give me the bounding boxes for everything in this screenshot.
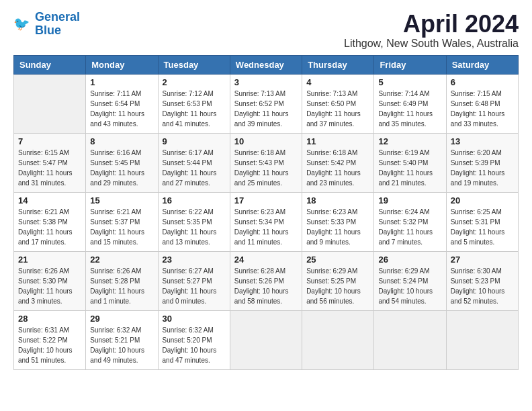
day-info: Sunrise: 6:17 AMSunset: 5:44 PMDaylight:… [163, 148, 226, 188]
day-info: Sunrise: 7:12 AMSunset: 6:53 PMDaylight:… [163, 89, 226, 129]
calendar-cell: 22Sunrise: 6:26 AMSunset: 5:28 PMDayligh… [86, 251, 158, 310]
week-row-4: 21Sunrise: 6:26 AMSunset: 5:30 PMDayligh… [14, 251, 519, 310]
page-header: 🐦 General Blue April 2024 Lithgow, New S… [13, 11, 519, 50]
calendar-cell: 12Sunrise: 6:19 AMSunset: 5:40 PMDayligh… [374, 133, 446, 192]
day-number: 25 [306, 255, 369, 265]
calendar-cell [446, 310, 518, 369]
day-number: 2 [163, 77, 226, 87]
day-number: 10 [234, 136, 298, 146]
calendar-cell [230, 310, 302, 369]
day-info: Sunrise: 6:26 AMSunset: 5:28 PMDaylight:… [90, 266, 153, 306]
day-info: Sunrise: 6:27 AMSunset: 5:27 PMDaylight:… [163, 266, 226, 306]
day-info: Sunrise: 6:20 AMSunset: 5:39 PMDaylight:… [451, 148, 514, 188]
calendar-cell: 21Sunrise: 6:26 AMSunset: 5:30 PMDayligh… [14, 251, 86, 310]
day-number: 23 [163, 255, 226, 265]
day-info: Sunrise: 6:26 AMSunset: 5:30 PMDaylight:… [18, 266, 81, 306]
calendar-cell: 14Sunrise: 6:21 AMSunset: 5:38 PMDayligh… [14, 192, 86, 251]
day-info: Sunrise: 6:23 AMSunset: 5:34 PMDaylight:… [234, 207, 298, 247]
day-number: 26 [378, 255, 441, 265]
day-info: Sunrise: 6:23 AMSunset: 5:33 PMDaylight:… [306, 207, 369, 247]
day-info: Sunrise: 6:15 AMSunset: 5:47 PMDaylight:… [18, 148, 81, 188]
day-number: 22 [90, 255, 153, 265]
calendar-cell: 1Sunrise: 7:11 AMSunset: 6:54 PMDaylight… [86, 74, 158, 133]
logo-text: General Blue [35, 11, 80, 38]
weekday-header-row: SundayMondayTuesdayWednesdayThursdayFrid… [14, 55, 519, 74]
day-number: 17 [234, 195, 298, 205]
day-number: 7 [18, 136, 81, 146]
logo: 🐦 General Blue [13, 11, 80, 38]
calendar-cell: 27Sunrise: 6:30 AMSunset: 5:23 PMDayligh… [446, 251, 518, 310]
calendar-cell: 15Sunrise: 6:21 AMSunset: 5:37 PMDayligh… [86, 192, 158, 251]
day-info: Sunrise: 7:13 AMSunset: 6:52 PMDaylight:… [234, 89, 298, 129]
day-info: Sunrise: 7:11 AMSunset: 6:54 PMDaylight:… [90, 89, 153, 129]
day-number: 9 [163, 136, 226, 146]
day-number: 16 [163, 195, 226, 205]
calendar-cell: 26Sunrise: 6:29 AMSunset: 5:24 PMDayligh… [374, 251, 446, 310]
day-number: 28 [18, 314, 81, 324]
weekday-header-monday: Monday [86, 55, 158, 74]
weekday-header-saturday: Saturday [446, 55, 518, 74]
day-number: 15 [90, 195, 153, 205]
calendar-cell: 8Sunrise: 6:16 AMSunset: 5:45 PMDaylight… [86, 133, 158, 192]
day-number: 3 [234, 77, 298, 87]
day-info: Sunrise: 6:18 AMSunset: 5:42 PMDaylight:… [306, 148, 369, 188]
calendar-cell: 17Sunrise: 6:23 AMSunset: 5:34 PMDayligh… [230, 192, 302, 251]
month-year-title: April 2024 [344, 11, 519, 38]
calendar-cell [14, 74, 86, 133]
calendar-cell: 3Sunrise: 7:13 AMSunset: 6:52 PMDaylight… [230, 74, 302, 133]
calendar-cell: 18Sunrise: 6:23 AMSunset: 5:33 PMDayligh… [302, 192, 374, 251]
day-info: Sunrise: 7:15 AMSunset: 6:48 PMDaylight:… [451, 89, 514, 129]
svg-text:🐦: 🐦 [13, 15, 30, 31]
calendar-cell: 11Sunrise: 6:18 AMSunset: 5:42 PMDayligh… [302, 133, 374, 192]
weekday-header-wednesday: Wednesday [230, 55, 302, 74]
day-number: 29 [90, 314, 153, 324]
day-number: 1 [90, 77, 153, 87]
day-info: Sunrise: 6:28 AMSunset: 5:26 PMDaylight:… [234, 266, 298, 306]
day-info: Sunrise: 6:22 AMSunset: 5:35 PMDaylight:… [163, 207, 226, 247]
week-row-5: 28Sunrise: 6:31 AMSunset: 5:22 PMDayligh… [14, 310, 519, 369]
calendar-cell: 29Sunrise: 6:32 AMSunset: 5:21 PMDayligh… [86, 310, 158, 369]
day-info: Sunrise: 6:19 AMSunset: 5:40 PMDaylight:… [378, 148, 441, 188]
week-row-1: 1Sunrise: 7:11 AMSunset: 6:54 PMDaylight… [14, 74, 519, 133]
day-info: Sunrise: 6:30 AMSunset: 5:23 PMDaylight:… [451, 266, 514, 306]
day-info: Sunrise: 6:25 AMSunset: 5:31 PMDaylight:… [451, 207, 514, 247]
day-number: 11 [306, 136, 369, 146]
day-info: Sunrise: 6:21 AMSunset: 5:37 PMDaylight:… [90, 207, 153, 247]
calendar-cell: 25Sunrise: 6:29 AMSunset: 5:25 PMDayligh… [302, 251, 374, 310]
day-number: 19 [378, 195, 441, 205]
day-number: 8 [90, 136, 153, 146]
calendar-cell [302, 310, 374, 369]
day-info: Sunrise: 7:14 AMSunset: 6:49 PMDaylight:… [378, 89, 441, 129]
day-number: 12 [378, 136, 441, 146]
location-subtitle: Lithgow, New South Wales, Australia [344, 38, 519, 50]
day-number: 6 [451, 77, 514, 87]
calendar-table: SundayMondayTuesdayWednesdayThursdayFrid… [13, 55, 519, 370]
calendar-cell: 28Sunrise: 6:31 AMSunset: 5:22 PMDayligh… [14, 310, 86, 369]
calendar-cell: 13Sunrise: 6:20 AMSunset: 5:39 PMDayligh… [446, 133, 518, 192]
day-info: Sunrise: 6:32 AMSunset: 5:20 PMDaylight:… [163, 325, 226, 365]
calendar-cell: 2Sunrise: 7:12 AMSunset: 6:53 PMDaylight… [158, 74, 230, 133]
calendar-cell: 30Sunrise: 6:32 AMSunset: 5:20 PMDayligh… [158, 310, 230, 369]
title-block: April 2024 Lithgow, New South Wales, Aus… [344, 11, 519, 50]
day-info: Sunrise: 6:29 AMSunset: 5:25 PMDaylight:… [306, 266, 369, 306]
day-info: Sunrise: 6:32 AMSunset: 5:21 PMDaylight:… [90, 325, 153, 365]
day-number: 20 [451, 195, 514, 205]
day-number: 24 [234, 255, 298, 265]
weekday-header-tuesday: Tuesday [158, 55, 230, 74]
calendar-cell [374, 310, 446, 369]
calendar-cell: 20Sunrise: 6:25 AMSunset: 5:31 PMDayligh… [446, 192, 518, 251]
day-info: Sunrise: 6:16 AMSunset: 5:45 PMDaylight:… [90, 148, 153, 188]
day-info: Sunrise: 6:31 AMSunset: 5:22 PMDaylight:… [18, 325, 81, 365]
day-number: 14 [18, 195, 81, 205]
calendar-cell: 9Sunrise: 6:17 AMSunset: 5:44 PMDaylight… [158, 133, 230, 192]
day-number: 21 [18, 255, 81, 265]
calendar-cell: 23Sunrise: 6:27 AMSunset: 5:27 PMDayligh… [158, 251, 230, 310]
calendar-cell: 10Sunrise: 6:18 AMSunset: 5:43 PMDayligh… [230, 133, 302, 192]
day-number: 27 [451, 255, 514, 265]
calendar-cell: 19Sunrise: 6:24 AMSunset: 5:32 PMDayligh… [374, 192, 446, 251]
day-number: 18 [306, 195, 369, 205]
calendar-cell: 4Sunrise: 7:13 AMSunset: 6:50 PMDaylight… [302, 74, 374, 133]
day-info: Sunrise: 6:24 AMSunset: 5:32 PMDaylight:… [378, 207, 441, 247]
day-number: 5 [378, 77, 441, 87]
day-number: 4 [306, 77, 369, 87]
